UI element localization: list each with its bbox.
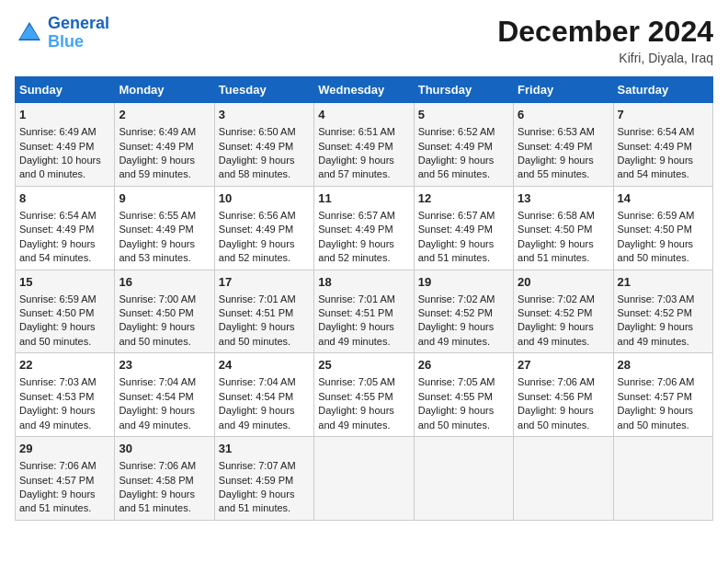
calendar-week-row: 1 Sunrise: 6:49 AM Sunset: 4:49 PM Dayli… (16, 103, 713, 187)
daylight-hours: Daylight: 9 hours and 50 minutes. (119, 321, 195, 346)
daylight-hours: Daylight: 9 hours and 49 minutes. (418, 321, 495, 346)
calendar-week-row: 15 Sunrise: 6:59 AM Sunset: 4:50 PM Dayl… (16, 270, 713, 353)
day-number: 12 (418, 190, 509, 207)
location-subtitle: Kifri, Diyala, Iraq (497, 51, 713, 65)
calendar-cell: 1 Sunrise: 6:49 AM Sunset: 4:49 PM Dayli… (16, 103, 115, 187)
day-number: 7 (618, 107, 709, 123)
sunset-time: Sunset: 4:49 PM (518, 141, 592, 152)
day-number: 20 (518, 274, 609, 291)
calendar-cell: 17 Sunrise: 7:01 AM Sunset: 4:51 PM Dayl… (214, 270, 313, 353)
sunset-time: Sunset: 4:52 PM (518, 307, 592, 318)
daylight-hours: Daylight: 9 hours and 50 minutes. (219, 321, 295, 346)
calendar-week-row: 8 Sunrise: 6:54 AM Sunset: 4:49 PM Dayli… (16, 186, 713, 270)
sunrise-time: Sunrise: 7:06 AM (19, 460, 97, 471)
sunset-time: Sunset: 4:55 PM (418, 391, 493, 402)
svg-marker-1 (20, 24, 40, 39)
daylight-hours: Daylight: 9 hours and 52 minutes. (318, 238, 394, 263)
sunset-time: Sunset: 4:49 PM (318, 224, 392, 235)
daylight-hours: Daylight: 9 hours and 51 minutes. (19, 488, 96, 513)
sunrise-time: Sunrise: 6:49 AM (119, 126, 196, 137)
sunrise-time: Sunrise: 7:02 AM (518, 293, 595, 304)
sunrise-time: Sunrise: 7:03 AM (19, 376, 97, 387)
calendar-cell: 13 Sunrise: 6:58 AM Sunset: 4:50 PM Dayl… (514, 186, 613, 270)
sunrise-time: Sunrise: 7:04 AM (119, 376, 196, 387)
sunset-time: Sunset: 4:50 PM (119, 307, 193, 318)
calendar-cell: 10 Sunrise: 6:56 AM Sunset: 4:49 PM Dayl… (214, 186, 313, 270)
daylight-hours: Daylight: 9 hours and 50 minutes. (418, 405, 495, 430)
col-sunday: Sunday (16, 77, 115, 103)
sunrise-time: Sunrise: 7:01 AM (219, 293, 296, 304)
sunrise-time: Sunrise: 7:05 AM (318, 376, 395, 387)
day-number: 4 (318, 107, 409, 123)
calendar-table: Sunday Monday Tuesday Wednesday Thursday… (15, 76, 713, 521)
calendar-cell: 8 Sunrise: 6:54 AM Sunset: 4:49 PM Dayli… (16, 186, 115, 270)
calendar-cell: 3 Sunrise: 6:50 AM Sunset: 4:49 PM Dayli… (214, 103, 313, 187)
sunrise-time: Sunrise: 7:00 AM (119, 293, 196, 304)
sunset-time: Sunset: 4:50 PM (19, 307, 94, 318)
daylight-hours: Daylight: 9 hours and 57 minutes. (318, 155, 394, 179)
sunset-time: Sunset: 4:49 PM (618, 141, 692, 152)
sunset-time: Sunset: 4:49 PM (418, 141, 493, 152)
sunrise-time: Sunrise: 6:59 AM (19, 293, 97, 304)
day-number: 2 (119, 107, 210, 123)
daylight-hours: Daylight: 9 hours and 50 minutes. (518, 405, 594, 430)
sunset-time: Sunset: 4:54 PM (219, 391, 293, 402)
daylight-hours: Daylight: 9 hours and 55 minutes. (518, 155, 594, 179)
sunrise-time: Sunrise: 7:01 AM (318, 293, 395, 304)
calendar-cell: 11 Sunrise: 6:57 AM Sunset: 4:49 PM Dayl… (314, 186, 414, 270)
daylight-hours: Daylight: 9 hours and 50 minutes. (618, 405, 694, 430)
daylight-hours: Daylight: 9 hours and 50 minutes. (19, 321, 96, 346)
day-number: 8 (19, 190, 110, 207)
calendar-cell: 18 Sunrise: 7:01 AM Sunset: 4:51 PM Dayl… (314, 270, 414, 353)
day-number: 13 (518, 190, 609, 207)
daylight-hours: Daylight: 9 hours and 49 minutes. (119, 405, 195, 430)
calendar-header-row: Sunday Monday Tuesday Wednesday Thursday… (16, 77, 713, 103)
logo-text: General Blue (48, 15, 109, 52)
day-number: 23 (119, 357, 210, 373)
day-number: 29 (19, 441, 110, 457)
sunrise-time: Sunrise: 6:58 AM (518, 210, 595, 221)
col-thursday: Thursday (414, 77, 513, 103)
day-number: 6 (518, 107, 609, 123)
daylight-hours: Daylight: 9 hours and 51 minutes. (518, 238, 594, 263)
sunset-time: Sunset: 4:58 PM (119, 475, 193, 486)
calendar-cell: 20 Sunrise: 7:02 AM Sunset: 4:52 PM Dayl… (514, 270, 613, 353)
sunset-time: Sunset: 4:56 PM (518, 391, 592, 402)
col-wednesday: Wednesday (314, 77, 414, 103)
daylight-hours: Daylight: 9 hours and 58 minutes. (219, 155, 295, 179)
daylight-hours: Daylight: 9 hours and 51 minutes. (219, 488, 295, 513)
sunset-time: Sunset: 4:49 PM (219, 141, 293, 152)
daylight-hours: Daylight: 9 hours and 49 minutes. (19, 405, 96, 430)
sunset-time: Sunset: 4:51 PM (219, 307, 293, 318)
calendar-cell: 12 Sunrise: 6:57 AM Sunset: 4:49 PM Dayl… (414, 186, 513, 270)
calendar-cell: 2 Sunrise: 6:49 AM Sunset: 4:49 PM Dayli… (115, 103, 214, 187)
sunset-time: Sunset: 4:49 PM (19, 141, 94, 152)
day-number: 17 (219, 274, 310, 291)
calendar-cell: 21 Sunrise: 7:03 AM Sunset: 4:52 PM Dayl… (613, 270, 712, 353)
sunset-time: Sunset: 4:49 PM (418, 224, 493, 235)
col-saturday: Saturday (613, 77, 712, 103)
calendar-week-row: 29 Sunrise: 7:06 AM Sunset: 4:57 PM Dayl… (16, 437, 713, 521)
sunset-time: Sunset: 4:54 PM (119, 391, 193, 402)
sunrise-time: Sunrise: 6:51 AM (318, 126, 395, 137)
sunrise-time: Sunrise: 6:52 AM (418, 126, 495, 137)
sunrise-time: Sunrise: 6:49 AM (19, 126, 97, 137)
sunset-time: Sunset: 4:49 PM (219, 224, 293, 235)
sunrise-time: Sunrise: 6:55 AM (119, 210, 196, 221)
calendar-cell: 16 Sunrise: 7:00 AM Sunset: 4:50 PM Dayl… (115, 270, 214, 353)
calendar-cell (613, 437, 712, 521)
day-number: 25 (318, 357, 409, 373)
sunrise-time: Sunrise: 6:50 AM (219, 126, 296, 137)
page-header: General Blue December 2024 Kifri, Diyala… (15, 15, 713, 65)
sunset-time: Sunset: 4:57 PM (19, 475, 94, 486)
daylight-hours: Daylight: 9 hours and 49 minutes. (318, 405, 394, 430)
calendar-week-row: 22 Sunrise: 7:03 AM Sunset: 4:53 PM Dayl… (16, 353, 713, 437)
calendar-cell (514, 437, 613, 521)
calendar-cell: 30 Sunrise: 7:06 AM Sunset: 4:58 PM Dayl… (115, 437, 214, 521)
daylight-hours: Daylight: 9 hours and 52 minutes. (219, 238, 295, 263)
calendar-cell: 15 Sunrise: 6:59 AM Sunset: 4:50 PM Dayl… (16, 270, 115, 353)
daylight-hours: Daylight: 9 hours and 54 minutes. (19, 238, 96, 263)
sunrise-time: Sunrise: 7:06 AM (618, 376, 695, 387)
col-friday: Friday (514, 77, 613, 103)
daylight-hours: Daylight: 9 hours and 51 minutes. (119, 488, 195, 513)
